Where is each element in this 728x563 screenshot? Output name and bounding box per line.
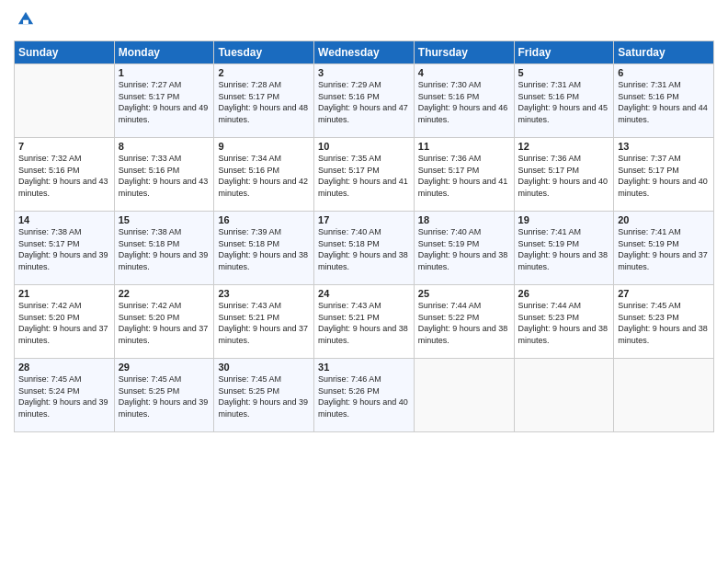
- day-info: Sunrise: 7:29 AMSunset: 5:16 PMDaylight:…: [318, 80, 408, 124]
- day-cell: 5Sunrise: 7:31 AMSunset: 5:16 PMDaylight…: [514, 64, 614, 138]
- day-info: Sunrise: 7:43 AMSunset: 5:21 PMDaylight:…: [318, 301, 408, 345]
- day-number: 11: [418, 141, 510, 152]
- week-row-4: 21Sunrise: 7:42 AMSunset: 5:20 PMDayligh…: [15, 285, 714, 359]
- day-cell: 20Sunrise: 7:41 AMSunset: 5:19 PMDayligh…: [614, 212, 714, 285]
- day-info: Sunrise: 7:30 AMSunset: 5:16 PMDaylight:…: [418, 80, 508, 124]
- day-number: 19: [518, 214, 610, 225]
- day-info: Sunrise: 7:28 AMSunset: 5:17 PMDaylight:…: [218, 80, 308, 124]
- day-cell: 12Sunrise: 7:36 AMSunset: 5:17 PMDayligh…: [514, 138, 614, 212]
- day-info: Sunrise: 7:34 AMSunset: 5:16 PMDaylight:…: [218, 154, 308, 198]
- day-number: 1: [119, 67, 210, 78]
- day-cell: 7Sunrise: 7:32 AMSunset: 5:16 PMDaylight…: [15, 138, 115, 212]
- day-info: Sunrise: 7:40 AMSunset: 5:19 PMDaylight:…: [418, 227, 508, 271]
- day-cell: 26Sunrise: 7:44 AMSunset: 5:23 PMDayligh…: [514, 285, 614, 359]
- header-row: SundayMondayTuesdayWednesdayThursdayFrid…: [15, 41, 714, 64]
- day-cell: 13Sunrise: 7:37 AMSunset: 5:17 PMDayligh…: [614, 138, 714, 212]
- day-info: Sunrise: 7:31 AMSunset: 5:16 PMDaylight:…: [618, 80, 708, 124]
- day-info: Sunrise: 7:40 AMSunset: 5:18 PMDaylight:…: [318, 227, 408, 271]
- day-number: 17: [318, 214, 410, 225]
- day-info: Sunrise: 7:36 AMSunset: 5:17 PMDaylight:…: [518, 154, 609, 198]
- day-header-tuesday: Tuesday: [214, 41, 314, 64]
- day-header-monday: Monday: [114, 41, 214, 64]
- day-cell: 3Sunrise: 7:29 AMSunset: 5:16 PMDaylight…: [314, 64, 415, 138]
- day-number: 24: [318, 288, 410, 299]
- day-cell: 27Sunrise: 7:45 AMSunset: 5:23 PMDayligh…: [614, 285, 714, 359]
- day-number: 28: [18, 362, 110, 373]
- day-header-saturday: Saturday: [614, 41, 714, 64]
- day-cell: 1Sunrise: 7:27 AMSunset: 5:17 PMDaylight…: [114, 64, 214, 138]
- day-number: 27: [618, 288, 710, 299]
- day-info: Sunrise: 7:44 AMSunset: 5:23 PMDaylight:…: [518, 301, 609, 345]
- day-number: 18: [418, 214, 510, 225]
- day-info: Sunrise: 7:33 AMSunset: 5:16 PMDaylight:…: [119, 154, 209, 198]
- day-info: Sunrise: 7:42 AMSunset: 5:20 PMDaylight:…: [119, 301, 209, 345]
- day-info: Sunrise: 7:36 AMSunset: 5:17 PMDaylight:…: [418, 154, 508, 198]
- day-cell: 16Sunrise: 7:39 AMSunset: 5:18 PMDayligh…: [214, 212, 314, 285]
- week-row-5: 28Sunrise: 7:45 AMSunset: 5:24 PMDayligh…: [15, 359, 714, 432]
- day-info: Sunrise: 7:45 AMSunset: 5:23 PMDaylight:…: [618, 301, 708, 345]
- day-info: Sunrise: 7:43 AMSunset: 5:21 PMDaylight:…: [218, 301, 308, 345]
- day-cell: 31Sunrise: 7:46 AMSunset: 5:26 PMDayligh…: [314, 359, 415, 432]
- day-number: 29: [119, 362, 210, 373]
- day-cell: [414, 359, 514, 432]
- day-number: 9: [218, 141, 310, 152]
- day-number: 7: [18, 141, 110, 152]
- day-info: Sunrise: 7:31 AMSunset: 5:16 PMDaylight:…: [518, 80, 609, 124]
- day-number: 2: [218, 67, 310, 78]
- day-cell: [514, 359, 614, 432]
- day-cell: 4Sunrise: 7:30 AMSunset: 5:16 PMDaylight…: [414, 64, 514, 138]
- day-info: Sunrise: 7:38 AMSunset: 5:18 PMDaylight:…: [119, 227, 209, 271]
- day-cell: [614, 359, 714, 432]
- day-info: Sunrise: 7:45 AMSunset: 5:25 PMDaylight:…: [119, 374, 209, 419]
- day-cell: 29Sunrise: 7:45 AMSunset: 5:25 PMDayligh…: [114, 359, 214, 432]
- day-cell: 18Sunrise: 7:40 AMSunset: 5:19 PMDayligh…: [414, 212, 514, 285]
- page-container: SundayMondayTuesdayWednesdayThursdayFrid…: [0, 0, 728, 442]
- day-number: 3: [318, 67, 410, 78]
- day-info: Sunrise: 7:45 AMSunset: 5:25 PMDaylight:…: [218, 374, 308, 419]
- day-number: 14: [18, 214, 110, 225]
- day-cell: [15, 64, 115, 138]
- day-cell: 23Sunrise: 7:43 AMSunset: 5:21 PMDayligh…: [214, 285, 314, 359]
- day-number: 26: [518, 288, 610, 299]
- day-number: 10: [318, 141, 410, 152]
- day-info: Sunrise: 7:27 AMSunset: 5:17 PMDaylight:…: [119, 80, 209, 124]
- day-number: 20: [618, 214, 710, 225]
- day-cell: 10Sunrise: 7:35 AMSunset: 5:17 PMDayligh…: [314, 138, 415, 212]
- day-info: Sunrise: 7:41 AMSunset: 5:19 PMDaylight:…: [518, 227, 609, 271]
- week-row-2: 7Sunrise: 7:32 AMSunset: 5:16 PMDaylight…: [15, 138, 714, 212]
- week-row-3: 14Sunrise: 7:38 AMSunset: 5:17 PMDayligh…: [15, 212, 714, 285]
- day-info: Sunrise: 7:44 AMSunset: 5:22 PMDaylight:…: [418, 301, 508, 345]
- day-info: Sunrise: 7:37 AMSunset: 5:17 PMDaylight:…: [618, 154, 708, 198]
- day-number: 30: [218, 362, 310, 373]
- day-header-wednesday: Wednesday: [314, 41, 415, 64]
- day-cell: 30Sunrise: 7:45 AMSunset: 5:25 PMDayligh…: [214, 359, 314, 432]
- day-cell: 19Sunrise: 7:41 AMSunset: 5:19 PMDayligh…: [514, 212, 614, 285]
- day-number: 13: [618, 141, 710, 152]
- day-number: 5: [518, 67, 610, 78]
- day-number: 6: [618, 67, 710, 78]
- day-number: 21: [18, 288, 110, 299]
- day-number: 31: [318, 362, 410, 373]
- day-number: 25: [418, 288, 510, 299]
- day-cell: 8Sunrise: 7:33 AMSunset: 5:16 PMDaylight…: [114, 138, 214, 212]
- day-cell: 14Sunrise: 7:38 AMSunset: 5:17 PMDayligh…: [15, 212, 115, 285]
- svg-rect-1: [23, 20, 28, 24]
- day-info: Sunrise: 7:38 AMSunset: 5:17 PMDaylight:…: [18, 227, 108, 271]
- day-cell: 21Sunrise: 7:42 AMSunset: 5:20 PMDayligh…: [15, 285, 115, 359]
- day-info: Sunrise: 7:45 AMSunset: 5:24 PMDaylight:…: [18, 374, 108, 419]
- logo-icon: [16, 9, 36, 29]
- logo: [14, 9, 36, 33]
- day-number: 22: [119, 288, 210, 299]
- day-cell: 22Sunrise: 7:42 AMSunset: 5:20 PMDayligh…: [114, 285, 214, 359]
- day-number: 16: [218, 214, 310, 225]
- day-info: Sunrise: 7:32 AMSunset: 5:16 PMDaylight:…: [18, 154, 108, 198]
- day-cell: 9Sunrise: 7:34 AMSunset: 5:16 PMDaylight…: [214, 138, 314, 212]
- day-cell: 11Sunrise: 7:36 AMSunset: 5:17 PMDayligh…: [414, 138, 514, 212]
- day-number: 8: [119, 141, 210, 152]
- day-cell: 2Sunrise: 7:28 AMSunset: 5:17 PMDaylight…: [214, 64, 314, 138]
- calendar-table: SundayMondayTuesdayWednesdayThursdayFrid…: [14, 40, 714, 432]
- day-number: 4: [418, 67, 510, 78]
- day-cell: 24Sunrise: 7:43 AMSunset: 5:21 PMDayligh…: [314, 285, 415, 359]
- header: [14, 9, 714, 33]
- day-cell: 6Sunrise: 7:31 AMSunset: 5:16 PMDaylight…: [614, 64, 714, 138]
